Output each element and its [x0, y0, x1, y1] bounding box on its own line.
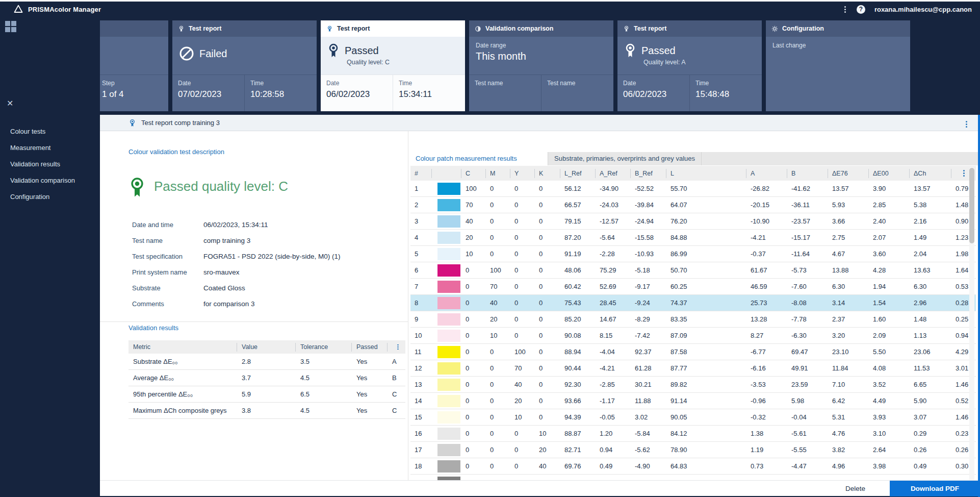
sidebar-item[interactable]: Configuration: [0, 189, 100, 205]
help-icon[interactable]: ?: [857, 5, 865, 14]
row-number: 18: [410, 458, 432, 474]
card-test-report-failed[interactable]: Test report Failed Date 07/02/2023 Time …: [172, 20, 317, 111]
value-b-ref: -52.52: [631, 181, 666, 196]
download-pdf-button[interactable]: Download PDF: [890, 481, 980, 496]
measurement-table-menu-icon[interactable]: [962, 169, 966, 178]
card-test-report-selected[interactable]: Test report Passed Quality level: C Date…: [321, 20, 465, 111]
column-de76[interactable]: ΔE76: [828, 169, 869, 178]
value-b: -15.17: [787, 230, 828, 245]
footer-label: Date: [623, 80, 684, 87]
validation-row[interactable]: Substrate ΔE₀₀ 2.8 3.5 Yes A: [128, 354, 405, 370]
user-email[interactable]: roxana.mihailescu@cpp.canon: [874, 6, 972, 13]
measurement-row[interactable]: 15 0 0 10 0 94.39 -0.05 3.02 90.05 -0.32…: [410, 409, 976, 426]
value-de76: 5.31: [828, 409, 869, 425]
column-number[interactable]: #: [410, 169, 432, 178]
column-de00[interactable]: ΔE00: [869, 169, 910, 178]
measurement-row[interactable]: 14 0 0 20 0 93.66 -1.17 11.88 91.14 -0.9…: [410, 393, 976, 409]
value-de00: 3.60: [869, 246, 910, 262]
value-y: 0: [510, 279, 535, 294]
footer-label: Step: [102, 80, 163, 87]
value-a-ref: 28.45: [596, 295, 631, 311]
column-a-ref[interactable]: A_Ref: [596, 169, 631, 178]
delete-button[interactable]: Delete: [845, 485, 865, 492]
measurement-row[interactable]: 1 100 0 0 0 56.12 -34.90 -52.52 55.70 -2…: [410, 181, 976, 197]
value-y: 70: [510, 360, 535, 376]
value-a-ref: -4.04: [596, 344, 631, 360]
validation-row[interactable]: Average ΔE₀₀ 3.7 4.5 Yes B: [128, 370, 405, 386]
measurement-row[interactable]: 13 0 0 40 0 92.30 -2.85 30.21 89.82 -3.5…: [410, 377, 976, 393]
measurement-row[interactable]: 5 10 0 0 0 91.19 -2.28 -10.93 86.99 -0.3…: [410, 246, 976, 262]
ribbon-icon: [326, 26, 333, 32]
column-l[interactable]: L: [666, 169, 746, 178]
measurement-row[interactable]: 11 0 0 100 0 88.94 -4.04 92.37 87.58 -6.…: [410, 344, 976, 360]
result-heading-row: Passed quality level: C: [128, 176, 288, 198]
column-k[interactable]: K: [535, 169, 560, 178]
measurement-row[interactable]: 4 20 0 0 0 87.20 -5.64 -15.58 84.88 -4.2…: [410, 230, 976, 246]
column-b-ref[interactable]: B_Ref: [631, 169, 666, 178]
column-c[interactable]: C: [461, 169, 486, 178]
report-menu-icon[interactable]: [964, 119, 969, 129]
measurement-row[interactable]: 6 0 100 0 0 48.06 75.29 -5.18 50.70 61.6…: [410, 262, 976, 279]
vertical-scrollbar-thumb[interactable]: [969, 168, 974, 243]
column-value[interactable]: Value: [237, 343, 296, 352]
sidebar-menu: Colour tests Measurement Validation resu…: [0, 123, 100, 205]
tab-substrate-primaries[interactable]: Substrate, primaries, overprints and gre…: [548, 152, 702, 165]
colour-swatch: [437, 346, 460, 358]
value-l-ref: 75.43: [560, 295, 596, 311]
tab-colour-patch-results[interactable]: Colour patch measurement results: [410, 152, 548, 165]
close-icon[interactable]: ✕: [7, 98, 13, 108]
row-number: 14: [410, 393, 432, 409]
measurement-row[interactable]: 8 0 40 0 0 75.43 28.45 -9.24 74.37 25.73…: [410, 295, 976, 311]
column-swatch[interactable]: [432, 169, 461, 178]
sidebar-item[interactable]: Validation comparison: [0, 172, 100, 189]
detail-row: Substrate Coated Gloss: [132, 280, 341, 296]
status-text: Passed: [641, 45, 676, 57]
colour-swatch: [437, 444, 460, 456]
value-m: 0: [486, 344, 510, 360]
measurement-row[interactable]: 9 0 20 0 0 85.20 14.67 -8.29 83.35 13.28…: [410, 311, 976, 328]
sidebar-item[interactable]: Validation results: [0, 156, 100, 172]
card-body: Passed Quality level: A: [617, 37, 762, 74]
card-test-report-passed-a[interactable]: Test report Passed Quality level: A Date…: [617, 20, 762, 111]
section-title-validation-results: Validation results: [128, 324, 178, 332]
value-k: 0: [535, 230, 560, 245]
value-k: 0: [535, 360, 560, 376]
value-l: 84.12: [666, 426, 746, 441]
column-dch[interactable]: ΔCh: [910, 169, 951, 178]
measurement-row[interactable]: 10 0 10 0 0 90.08 8.15 -7.42 87.09 8.27 …: [410, 328, 976, 344]
card-validation-comparison[interactable]: Validation comparison Date range This mo…: [469, 20, 613, 111]
vertical-scrollbar[interactable]: [969, 167, 974, 490]
column-tolerance[interactable]: Tolerance: [296, 343, 352, 352]
validation-table-menu-icon[interactable]: [393, 343, 400, 352]
column-b[interactable]: B: [787, 169, 828, 178]
value-de00: 2.64: [869, 442, 910, 458]
validation-row[interactable]: 95th percentile ΔE₀₀ 5.9 6.5 Yes C: [128, 386, 405, 403]
column-a[interactable]: A: [746, 169, 787, 178]
validation-row[interactable]: Maximum ΔCh composite greys 3.8 4.5 Yes …: [128, 403, 405, 419]
topbar-menu-icon[interactable]: [843, 5, 847, 14]
value-m: 0: [486, 409, 510, 425]
column-metric[interactable]: Metric: [128, 343, 237, 352]
measurement-row[interactable]: 17 0 0 0 20 82.71 0.94 -5.62 78.90 1.19 …: [410, 442, 976, 458]
failed-icon: [179, 46, 194, 61]
metric-name: Substrate ΔE₀₀: [128, 354, 237, 369]
column-y[interactable]: Y: [510, 169, 535, 178]
time-value: 15:48:48: [695, 89, 756, 100]
column-passed[interactable]: Passed: [352, 343, 388, 352]
value-dch: 0.26: [910, 442, 951, 458]
sidebar-item[interactable]: Colour tests: [0, 123, 100, 140]
column-m[interactable]: M: [486, 169, 510, 178]
value-l: 91.14: [666, 393, 746, 409]
dashboard-grid-icon[interactable]: [5, 21, 16, 32]
sidebar-item[interactable]: Measurement: [0, 140, 100, 156]
measurement-row[interactable]: 2 70 0 0 0 66.57 -24.03 -39.84 64.07 -20…: [410, 197, 976, 213]
value-de76: 4.76: [828, 426, 869, 441]
measurement-row[interactable]: 16 0 0 0 10 88.87 1.20 -5.84 84.12 1.38 …: [410, 426, 976, 442]
value-de76: 3.66: [828, 213, 869, 229]
measurement-row[interactable]: 18 0 0 0 40 69.76 0.49 -4.90 64.83 0.73 …: [410, 458, 976, 475]
measurement-row[interactable]: 3 40 0 0 0 79.15 -12.57 -24.94 76.20 -10…: [410, 213, 976, 230]
column-l-ref[interactable]: L_Ref: [560, 169, 596, 178]
card-configuration[interactable]: Configuration Last change: [766, 20, 910, 111]
measurement-row[interactable]: 12 0 0 70 0 90.44 -4.21 61.28 87.77 -6.1…: [410, 360, 976, 377]
measurement-row[interactable]: 7 0 70 0 0 60.42 52.69 -9.17 60.25 46.59…: [410, 279, 976, 295]
